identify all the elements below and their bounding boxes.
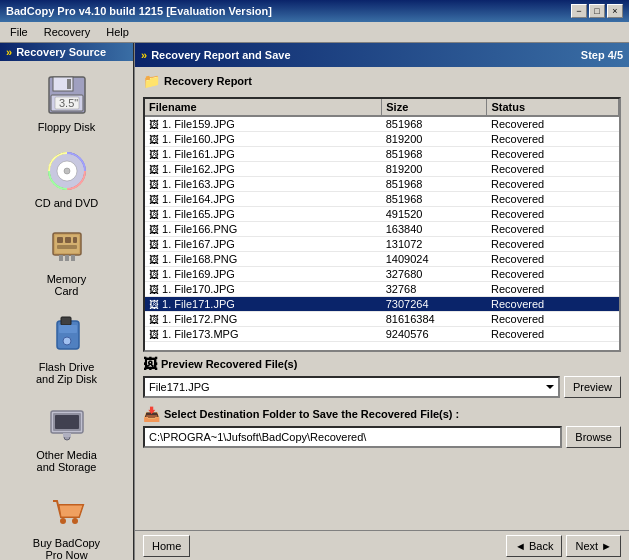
table-row[interactable]: 🖼 1. File164.JPG 851968 Recovered — [145, 192, 619, 207]
sidebar-item-flash[interactable]: Flash Driveand Zip Disk — [7, 305, 127, 391]
cell-filename: 🖼 1. File172.PNG — [145, 312, 382, 327]
table-row[interactable]: 🖼 1. File160.JPG 819200 Recovered — [145, 132, 619, 147]
table-row[interactable]: 🖼 1. File167.JPG 131072 Recovered — [145, 237, 619, 252]
svg-rect-17 — [71, 255, 75, 261]
cell-size: 327680 — [382, 267, 487, 282]
dest-row: Browse — [143, 426, 621, 448]
preview-file-select[interactable]: File171.JPG — [143, 376, 560, 398]
cell-status: Recovered — [487, 312, 619, 327]
cell-status: Recovered — [487, 147, 619, 162]
report-title: 📁 Recovery Report — [143, 73, 621, 89]
menu-help[interactable]: Help — [100, 24, 135, 40]
sidebar-item-buy[interactable]: Buy BadCopyPro Now — [7, 481, 127, 560]
table-row[interactable]: 🖼 1. File171.JPG 7307264 Recovered — [145, 297, 619, 312]
table-row[interactable]: 🖼 1. File165.JPG 491520 Recovered — [145, 207, 619, 222]
svg-point-21 — [63, 337, 71, 345]
cell-filename: 🖼 1. File162.JPG — [145, 162, 382, 177]
destination-section: 📥 Select Destination Folder to Save the … — [143, 406, 621, 448]
col-filename: Filename — [145, 99, 382, 116]
file-table: Filename Size Status 🖼 1. File159.JPG 85… — [145, 99, 619, 342]
svg-rect-2 — [67, 79, 71, 89]
cell-status: Recovered — [487, 116, 619, 132]
home-button[interactable]: Home — [143, 535, 190, 557]
svg-rect-11 — [57, 237, 63, 243]
cell-size: 131072 — [382, 237, 487, 252]
table-row[interactable]: 🖼 1. File168.PNG 1409024 Recovered — [145, 252, 619, 267]
maximize-button[interactable]: □ — [589, 4, 605, 18]
dest-header: 📥 Select Destination Folder to Save the … — [143, 406, 621, 422]
content-header-title: Recovery Report and Save — [151, 49, 290, 61]
cell-filename: 🖼 1. File164.JPG — [145, 192, 382, 207]
table-row[interactable]: 🖼 1. File173.MPG 9240576 Recovered — [145, 327, 619, 342]
svg-rect-24 — [55, 415, 79, 429]
svg-rect-19 — [61, 317, 71, 325]
sidebar-item-other-label: Other Mediaand Storage — [36, 449, 97, 473]
preview-header: 🖼 Preview Recovered File(s) — [143, 356, 621, 372]
window-controls: − □ × — [571, 4, 623, 18]
back-button[interactable]: ◄ Back — [506, 535, 562, 557]
cell-size: 819200 — [382, 132, 487, 147]
file-icon: 🖼 — [149, 254, 159, 265]
cell-size: 32768 — [382, 282, 487, 297]
col-size: Size — [382, 99, 487, 116]
main-container: » Recovery Source 3.5" Floppy Disk — [0, 43, 629, 560]
table-row[interactable]: 🖼 1. File161.JPG 851968 Recovered — [145, 147, 619, 162]
floppy-icon: 3.5" — [43, 71, 91, 119]
preview-button[interactable]: Preview — [564, 376, 621, 398]
cell-filename: 🖼 1. File165.JPG — [145, 207, 382, 222]
file-icon: 🖼 — [149, 299, 159, 310]
cell-status: Recovered — [487, 252, 619, 267]
cell-filename: 🖼 1. File160.JPG — [145, 132, 382, 147]
preview-icon: 🖼 — [143, 356, 157, 372]
cell-filename: 🖼 1. File159.JPG — [145, 116, 382, 132]
file-icon: 🖼 — [149, 314, 159, 325]
cell-size: 491520 — [382, 207, 487, 222]
destination-path-input[interactable] — [143, 426, 562, 448]
sidebar-item-floppy[interactable]: 3.5" Floppy Disk — [7, 65, 127, 139]
sidebar-item-memory[interactable]: MemoryCard — [7, 217, 127, 303]
sidebar-item-flash-label: Flash Driveand Zip Disk — [36, 361, 97, 385]
menu-file[interactable]: File — [4, 24, 34, 40]
sidebar-items: 3.5" Floppy Disk C — [0, 61, 133, 560]
table-row[interactable]: 🖼 1. File163.JPG 851968 Recovered — [145, 177, 619, 192]
file-icon: 🖼 — [149, 164, 159, 175]
cell-status: Recovered — [487, 177, 619, 192]
sidebar-item-other[interactable]: Other Mediaand Storage — [7, 393, 127, 479]
cell-size: 851968 — [382, 177, 487, 192]
menubar: File Recovery Help — [0, 22, 629, 43]
cell-status: Recovered — [487, 222, 619, 237]
table-row[interactable]: 🖼 1. File172.PNG 81616384 Recovered — [145, 312, 619, 327]
browse-button[interactable]: Browse — [566, 426, 621, 448]
file-icon: 🖼 — [149, 209, 159, 220]
next-button[interactable]: Next ► — [566, 535, 621, 557]
cell-status: Recovered — [487, 192, 619, 207]
cell-filename: 🖼 1. File169.JPG — [145, 267, 382, 282]
svg-point-28 — [72, 518, 78, 524]
content-area: » Recovery Report and Save Step 4/5 📁 Re… — [135, 43, 629, 560]
col-status: Status — [487, 99, 619, 116]
cell-filename: 🖼 1. File163.JPG — [145, 177, 382, 192]
buy-icon — [43, 487, 91, 535]
file-icon: 🖼 — [149, 134, 159, 145]
cell-size: 819200 — [382, 162, 487, 177]
table-row[interactable]: 🖼 1. File170.JPG 32768 Recovered — [145, 282, 619, 297]
minimize-button[interactable]: − — [571, 4, 587, 18]
cell-size: 851968 — [382, 147, 487, 162]
window-title: BadCopy Pro v4.10 build 1215 [Evaluation… — [6, 5, 272, 17]
recovery-table[interactable]: Filename Size Status 🖼 1. File159.JPG 85… — [143, 97, 621, 352]
sidebar-item-cd[interactable]: CD and DVD — [7, 141, 127, 215]
sidebar-item-cd-label: CD and DVD — [35, 197, 99, 209]
cell-filename: 🖼 1. File171.JPG — [145, 297, 382, 312]
preview-section: 🖼 Preview Recovered File(s) File171.JPG … — [143, 356, 621, 398]
file-icon: 🖼 — [149, 149, 159, 160]
content-chevrons: » — [141, 49, 147, 61]
svg-rect-20 — [59, 325, 77, 333]
sidebar-item-memory-label: MemoryCard — [47, 273, 87, 297]
table-row[interactable]: 🖼 1. File162.JPG 819200 Recovered — [145, 162, 619, 177]
menu-recovery[interactable]: Recovery — [38, 24, 96, 40]
table-row[interactable]: 🖼 1. File169.JPG 327680 Recovered — [145, 267, 619, 282]
table-row[interactable]: 🖼 1. File159.JPG 851968 Recovered — [145, 116, 619, 132]
table-row[interactable]: 🖼 1. File166.PNG 163840 Recovered — [145, 222, 619, 237]
cell-status: Recovered — [487, 297, 619, 312]
close-button[interactable]: × — [607, 4, 623, 18]
